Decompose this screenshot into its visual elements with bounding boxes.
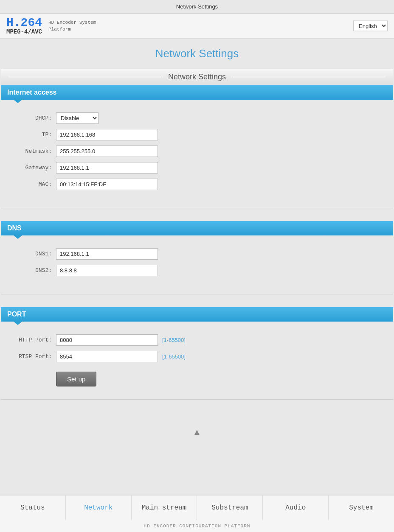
mac-row: MAC:: [9, 179, 385, 190]
nav-network[interactable]: Network: [66, 496, 132, 520]
nav-status[interactable]: Status: [0, 496, 66, 520]
port-header: PORT: [1, 307, 393, 322]
header: H.264 MPEG-4/AVC HD Encoder System Platf…: [0, 14, 394, 39]
port-form: HTTP Port: [1-65500] RTSP Port: [1-65500…: [1, 322, 393, 400]
dns2-row: DNS2:: [9, 265, 385, 276]
section-title: Network Settings: [168, 73, 226, 81]
port-label: PORT: [7, 311, 26, 318]
nav-network-label: Network: [84, 504, 113, 512]
page-title-area: Network Settings: [0, 47, 394, 60]
dns-label: DNS: [7, 224, 22, 232]
scroll-hint: ▲: [0, 421, 394, 443]
gateway-input[interactable]: [56, 162, 158, 174]
language-selector[interactable]: English: [353, 21, 388, 31]
internet-access-form: DHCP: Disable Enable IP: Netmask: Gatewa…: [1, 100, 393, 208]
rtsp-port-hint: [1-65500]: [162, 353, 186, 360]
dns-header: DNS: [1, 221, 393, 235]
nav-substream[interactable]: Substream: [197, 496, 263, 520]
footer: HD ENCODER CONFIGURATION PLATFORM: [0, 520, 394, 532]
rtsp-port-label: RTSP Port:: [9, 353, 52, 360]
dhcp-label: DHCP:: [9, 115, 52, 121]
subtitle-line2: Platform: [48, 27, 71, 32]
nav-audio[interactable]: Audio: [263, 496, 329, 520]
dns1-label: DNS1:: [9, 251, 52, 257]
internet-access-header: Internet access: [1, 85, 393, 100]
dns2-input[interactable]: [56, 265, 158, 276]
dhcp-select[interactable]: Disable Enable: [56, 112, 98, 124]
nav-main-stream-label: Main stream: [142, 504, 187, 512]
setup-button[interactable]: Set up: [56, 372, 96, 386]
page-title: Network Settings: [0, 47, 394, 60]
gateway-label: Gateway:: [9, 165, 52, 171]
internet-access-label: Internet access: [7, 89, 57, 96]
nav-audio-label: Audio: [285, 504, 306, 512]
dns1-row: DNS1:: [9, 248, 385, 260]
language-select[interactable]: English: [353, 21, 388, 31]
title-line-left: [9, 77, 162, 77]
nav-substream-label: Substream: [211, 504, 248, 512]
gateway-row: Gateway:: [9, 162, 385, 174]
title-line-right: [232, 77, 385, 77]
section-gap-3: [1, 400, 393, 421]
dns2-label: DNS2:: [9, 267, 52, 274]
browser-tab: Network Settings: [0, 0, 394, 14]
footer-text: HD ENCODER CONFIGURATION PLATFORM: [144, 524, 250, 529]
http-port-label: HTTP Port:: [9, 337, 52, 343]
scroll-arrow: ▲: [6, 427, 388, 437]
netmask-row: Netmask:: [9, 146, 385, 157]
section-gap-2: [1, 294, 393, 307]
nav-system[interactable]: System: [329, 496, 394, 520]
ip-input[interactable]: [56, 129, 158, 140]
netmask-label: Netmask:: [9, 148, 52, 154]
http-port-input[interactable]: [56, 334, 158, 346]
logo: H.264 MPEG-4/AVC: [6, 17, 42, 35]
section-gap-1: [1, 208, 393, 221]
rtsp-port-input[interactable]: [56, 351, 158, 362]
logo-h264: H.264: [6, 17, 42, 29]
section-title-bar: Network Settings: [1, 69, 393, 85]
bottom-nav: Status Network Main stream Substream Aud…: [0, 495, 394, 520]
rtsp-port-row: RTSP Port: [1-65500]: [9, 351, 385, 362]
subtitle-line1: HD Encoder System: [48, 20, 96, 25]
nav-main-stream[interactable]: Main stream: [132, 496, 197, 520]
ip-label: IP:: [9, 132, 52, 138]
logo-mpeg: MPEG-4/AVC: [6, 29, 42, 35]
dns1-input[interactable]: [56, 248, 158, 260]
content-box: Network Settings Internet access DHCP: D…: [1, 69, 393, 421]
ip-row: IP:: [9, 129, 385, 140]
header-subtitle: HD Encoder System Platform: [48, 19, 96, 33]
mac-label: MAC:: [9, 181, 52, 188]
dns-form: DNS1: DNS2:: [1, 235, 393, 294]
netmask-input[interactable]: [56, 146, 158, 157]
http-port-hint: [1-65500]: [162, 337, 186, 343]
dhcp-row: DHCP: Disable Enable: [9, 112, 385, 124]
mac-input[interactable]: [56, 179, 158, 190]
http-port-row: HTTP Port: [1-65500]: [9, 334, 385, 346]
browser-tab-title: Network Settings: [176, 3, 218, 10]
main-content: Network Settings Network Settings Intern…: [0, 39, 394, 495]
nav-status-label: Status: [20, 504, 45, 512]
nav-system-label: System: [349, 504, 374, 512]
